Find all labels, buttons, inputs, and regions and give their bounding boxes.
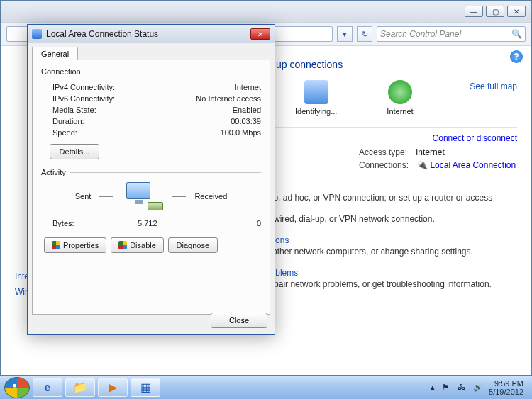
speed-label: Speed: (52, 128, 77, 137)
received-label: Received (194, 192, 227, 201)
connect-disconnect-link[interactable]: Connect or disconnect (433, 133, 517, 143)
speed-value: 100.0 Mbps (221, 128, 261, 137)
group-activity-label: Activity (41, 168, 66, 176)
duration-label: Duration: (52, 117, 84, 125)
volume-icon[interactable]: 🔊 (473, 383, 483, 393)
dialog-close-button[interactable]: ✕ (250, 28, 270, 40)
media-state-value: Enabled (233, 106, 261, 114)
dialog-title: Local Area Connection Status (46, 29, 158, 39)
search-placeholder: Search Control Panel (380, 29, 461, 39)
taskbar-item-ie[interactable]: e (33, 378, 62, 397)
network-node-local[interactable]: Identifying... (295, 80, 337, 116)
taskbar-item-media[interactable]: ▶ (98, 378, 128, 397)
flag-icon[interactable]: ⚑ (442, 383, 452, 393)
bytes-label: Bytes: (52, 219, 74, 227)
details-button[interactable]: Details... (50, 144, 99, 159)
globe-icon (388, 80, 412, 104)
system-tray: ▲ ⚑ 🖧 🔊 9:59 PM 5/19/2012 (428, 379, 528, 396)
close-button[interactable]: ✕ (507, 6, 526, 17)
tray-show-hidden-button[interactable]: ▲ (428, 383, 436, 392)
network-node-label: Identifying... (295, 107, 337, 116)
network-icon: 🔌 (417, 160, 430, 170)
search-input[interactable]: Search Control Panel 🔍 (377, 26, 526, 42)
network-icon (32, 29, 42, 39)
dialog-titlebar: Local Area Connection Status ✕ (28, 25, 275, 43)
refresh-button[interactable]: ↻ (357, 26, 372, 42)
see-full-map-link[interactable]: See full map (470, 82, 517, 91)
media-state-label: Media State: (52, 106, 96, 114)
taskbar-item-control-panel[interactable]: ▦ (131, 378, 160, 397)
bytes-sent-value: 5,712 (138, 219, 157, 227)
diagnose-button[interactable]: Diagnose (168, 237, 218, 253)
network-node-label: Internet (387, 107, 413, 116)
access-type-label: Access type: (359, 147, 407, 157)
taskbar: e 📁 ▶ ▦ ▲ ⚑ 🖧 🔊 9:59 PM 5/19/2012 (0, 376, 532, 399)
properties-button[interactable]: Properties (44, 237, 106, 253)
ipv6-value: No Internet access (196, 94, 261, 103)
address-dropdown-button[interactable]: ▾ (337, 26, 353, 42)
ipv4-label: IPv4 Connectivity: (52, 83, 115, 91)
duration-value: 00:03:39 (231, 117, 261, 125)
bytes-received-value: 0 (257, 219, 261, 227)
access-type-value: Internet (416, 147, 445, 157)
close-button[interactable]: Close (211, 313, 267, 328)
group-connection-label: Connection (41, 67, 81, 76)
folder-icon: 📁 (73, 381, 87, 394)
panel-icon: ▦ (140, 381, 151, 394)
maximize-button[interactable]: ▢ (486, 6, 504, 17)
disable-button[interactable]: Disable (111, 237, 164, 253)
connections-label: Connections: (359, 160, 409, 170)
ie-icon: e (45, 381, 51, 394)
search-icon: 🔍 (511, 29, 522, 39)
ipv4-value: Internet (235, 83, 261, 91)
connection-link[interactable]: Local Area Connection (430, 160, 516, 170)
activity-icon (122, 182, 163, 210)
tab-page-general: Connection IPv4 Connectivity:Internet IP… (32, 60, 270, 315)
clock-date: 5/19/2012 (489, 388, 523, 396)
network-node-internet[interactable]: Internet (387, 80, 413, 116)
sent-label: Sent (75, 192, 92, 201)
window-titlebar: — ▢ ✕ (1, 1, 531, 22)
ipv6-label: IPv6 Connectivity: (52, 94, 115, 103)
connection-status-dialog: Local Area Connection Status ✕ General C… (27, 24, 275, 335)
minimize-button[interactable]: — (465, 6, 483, 17)
tab-general[interactable]: General (32, 47, 78, 60)
computer-icon (304, 80, 328, 104)
taskbar-item-explorer[interactable]: 📁 (65, 378, 95, 397)
media-icon: ▶ (109, 381, 117, 394)
start-button[interactable] (4, 377, 30, 398)
clock-time: 9:59 PM (489, 379, 523, 388)
network-tray-icon[interactable]: 🖧 (458, 383, 467, 393)
clock[interactable]: 9:59 PM 5/19/2012 (489, 379, 523, 396)
